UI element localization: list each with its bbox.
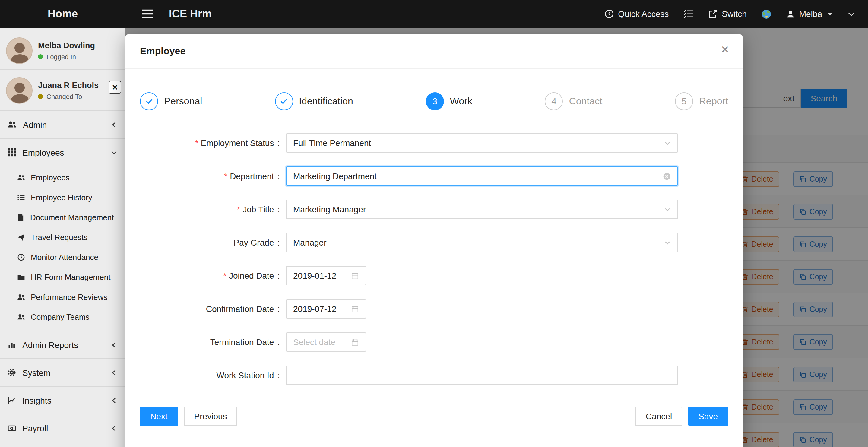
plane-icon: [17, 234, 25, 241]
termination-date-picker[interactable]: Select date: [286, 332, 366, 352]
employment-status-select[interactable]: Full Time Permanent: [286, 133, 678, 153]
field-label: Pay Grade: [140, 238, 280, 247]
required-asterisk: *: [224, 171, 227, 181]
quick-access-label: Quick Access: [618, 9, 669, 19]
bar-chart-icon: [7, 340, 16, 349]
sidebar-item-employees[interactable]: Employees: [0, 139, 125, 167]
document-icon: [17, 213, 25, 221]
sidebar-item-company-teams[interactable]: Company Teams: [0, 307, 125, 327]
previous-button[interactable]: Previous: [184, 407, 237, 426]
clock-icon: [17, 254, 25, 261]
sidebar-item-performance-reviews[interactable]: Performance Reviews: [0, 287, 125, 307]
quick-access-button[interactable]: Quick Access: [604, 9, 669, 19]
chevron-down-icon[interactable]: [847, 9, 856, 19]
sidebar-item-admin-reports[interactable]: Admin Reports: [0, 331, 125, 359]
profile-status: Changed To: [38, 93, 99, 100]
chevron-left-icon: [111, 121, 118, 128]
close-changed-user-button[interactable]: ✕: [108, 81, 121, 93]
step-check-icon: [275, 92, 293, 110]
chevron-down-icon: [664, 140, 671, 146]
profile-name: Juana R Echols: [38, 81, 99, 90]
job-title-select[interactable]: Marketing Manager: [286, 200, 678, 219]
close-icon[interactable]: ✕: [721, 44, 730, 55]
users-icon: [17, 313, 25, 321]
work-form: *Employment Status Full Time Permanent *…: [125, 118, 743, 385]
step-report[interactable]: 5 Report: [675, 92, 728, 110]
users-icon: [17, 174, 25, 182]
gear-icon: [7, 368, 16, 377]
sidebar-item-travel-requests[interactable]: Travel Requests: [0, 228, 125, 247]
avatar-juana-r-echols[interactable]: [6, 77, 33, 103]
step-connector: [612, 101, 665, 102]
profile-card-logged-in: Melba Dowling Logged In: [0, 31, 125, 70]
field-label: *Employment Status: [140, 138, 280, 148]
users-icon: [7, 120, 17, 129]
switch-label: Switch: [722, 9, 746, 19]
sidebar-item-employee-history[interactable]: Employee History: [0, 188, 125, 208]
step-connector: [212, 101, 265, 102]
clear-icon[interactable]: [663, 172, 671, 180]
chevron-down-icon: [664, 239, 671, 246]
chevron-left-icon: [111, 424, 118, 431]
hamburger-menu-icon[interactable]: [141, 9, 153, 19]
chevron-left-icon: [111, 397, 118, 404]
navbar-right: Quick Access Switch Melba: [604, 9, 868, 19]
modal-title: Employee: [140, 46, 185, 57]
switch-icon: [708, 9, 717, 19]
step-contact[interactable]: 4 Contact: [545, 92, 602, 110]
form-row-confirmation-date: Confirmation Date 2019-07-12: [140, 299, 728, 319]
field-label: Termination Date: [140, 337, 280, 347]
save-button[interactable]: Save: [688, 407, 728, 426]
sidebar-item-hr-form-management[interactable]: HR Form Management: [0, 267, 125, 287]
home-label: Home: [48, 7, 78, 20]
step-number: 4: [545, 92, 563, 110]
confirmation-date-picker[interactable]: 2019-07-12: [286, 299, 366, 319]
user-menu[interactable]: Melba: [786, 9, 832, 19]
sidebar-item-system[interactable]: System: [0, 359, 125, 387]
users-icon: [17, 293, 25, 301]
form-row-joined-date: *Joined Date 2019-01-12: [140, 266, 728, 285]
sidebar-item-employees-list[interactable]: Employees: [0, 168, 125, 188]
step-number: 5: [675, 92, 693, 110]
work-station-id-input[interactable]: [286, 365, 678, 385]
step-number: 3: [426, 92, 444, 110]
sidebar-item-clipped[interactable]: [0, 442, 125, 447]
field-label: Work Station Id: [140, 370, 280, 380]
step-work[interactable]: 3 Work: [426, 92, 472, 110]
profile-status: Logged In: [38, 53, 95, 60]
line-chart-icon: [7, 396, 16, 405]
user-icon: [786, 9, 795, 19]
top-navbar: Home ICE Hrm Quick Access Switch: [0, 0, 868, 28]
sidebar-item-document-management[interactable]: Document Management: [0, 208, 125, 228]
list-icon: [17, 193, 25, 202]
calendar-icon: [351, 272, 359, 279]
sidebar: Melba Dowling Logged In Juana R Echols C…: [0, 28, 125, 447]
step-identification[interactable]: Identification: [275, 92, 353, 110]
cancel-button[interactable]: Cancel: [636, 407, 682, 426]
department-input[interactable]: Marketing Department: [286, 167, 678, 186]
form-row-work-station-id: Work Station Id: [140, 365, 728, 385]
sidebar-item-payroll[interactable]: Payroll: [0, 414, 125, 442]
joined-date-picker[interactable]: 2019-01-12: [286, 266, 366, 285]
tasks-icon[interactable]: [683, 9, 693, 19]
pay-grade-select[interactable]: Manager: [286, 233, 678, 252]
sidebar-item-insights[interactable]: Insights: [0, 387, 125, 414]
next-button[interactable]: Next: [140, 407, 178, 426]
user-name: Melba: [799, 9, 822, 19]
home-nav[interactable]: Home: [0, 7, 125, 20]
switch-button[interactable]: Switch: [708, 9, 746, 19]
steps-wizard: Personal Identification 3 Work 4 Contact: [125, 69, 743, 118]
step-personal[interactable]: Personal: [140, 92, 202, 110]
profile-name: Melba Dowling: [38, 41, 95, 50]
sidebar-item-monitor-attendance[interactable]: Monitor Attendance: [0, 247, 125, 267]
required-asterisk: *: [195, 138, 198, 148]
avatar-melba-dowling[interactable]: [6, 37, 33, 64]
required-asterisk: *: [237, 205, 240, 214]
sidebar-item-admin[interactable]: Admin: [0, 111, 125, 139]
grid-icon: [7, 148, 16, 157]
calendar-icon: [351, 338, 359, 346]
chevron-down-icon: [111, 149, 118, 156]
folder-icon: [17, 273, 25, 281]
globe-icon[interactable]: [761, 9, 772, 19]
caret-down-icon: [828, 12, 832, 16]
